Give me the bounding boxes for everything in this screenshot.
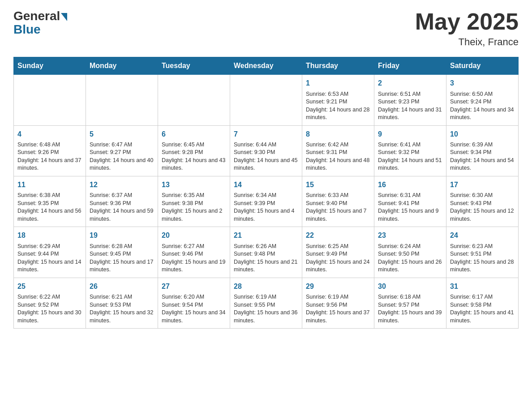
day-number: 31 — [450, 282, 515, 291]
logo: General Blue — [13, 9, 67, 37]
day-number: 24 — [450, 231, 515, 240]
calendar-cell: 22Sunrise: 6:25 AM Sunset: 9:49 PM Dayli… — [302, 227, 374, 278]
calendar-cell: 17Sunrise: 6:30 AM Sunset: 9:43 PM Dayli… — [446, 176, 519, 227]
calendar-cell: 4Sunrise: 6:48 AM Sunset: 9:26 PM Daylig… — [14, 125, 86, 176]
day-number: 8 — [306, 129, 370, 139]
day-info: Sunrise: 6:51 AM Sunset: 9:23 PM Dayligh… — [378, 90, 442, 122]
calendar-cell — [230, 75, 302, 125]
calendar-cell: 2Sunrise: 6:51 AM Sunset: 9:23 PM Daylig… — [374, 75, 446, 125]
day-number: 12 — [90, 180, 154, 190]
calendar-cell: 13Sunrise: 6:35 AM Sunset: 9:38 PM Dayli… — [158, 176, 230, 227]
calendar-cell: 18Sunrise: 6:29 AM Sunset: 9:44 PM Dayli… — [14, 227, 86, 278]
day-info: Sunrise: 6:27 AM Sunset: 9:46 PM Dayligh… — [162, 243, 226, 274]
day-info: Sunrise: 6:50 AM Sunset: 9:24 PM Dayligh… — [450, 90, 515, 122]
page-header: General Blue May 2025 Theix, France — [13, 9, 519, 48]
calendar-cell: 1Sunrise: 6:53 AM Sunset: 9:21 PM Daylig… — [302, 75, 374, 125]
day-number: 23 — [378, 231, 442, 240]
calendar-cell: 30Sunrise: 6:18 AM Sunset: 9:57 PM Dayli… — [374, 278, 446, 328]
day-info: Sunrise: 6:34 AM Sunset: 9:39 PM Dayligh… — [234, 192, 298, 223]
calendar-cell: 14Sunrise: 6:34 AM Sunset: 9:39 PM Dayli… — [230, 176, 302, 227]
calendar-week-2: 4Sunrise: 6:48 AM Sunset: 9:26 PM Daylig… — [14, 125, 519, 176]
calendar-table: SundayMondayTuesdayWednesdayThursdayFrid… — [13, 57, 519, 329]
day-number: 2 — [378, 78, 442, 88]
calendar-cell: 16Sunrise: 6:31 AM Sunset: 9:41 PM Dayli… — [374, 176, 446, 227]
day-number: 17 — [450, 180, 515, 190]
calendar-location: Theix, France — [415, 36, 519, 48]
day-info: Sunrise: 6:17 AM Sunset: 9:58 PM Dayligh… — [450, 293, 515, 325]
calendar-cell: 10Sunrise: 6:39 AM Sunset: 9:34 PM Dayli… — [446, 125, 519, 176]
calendar-cell: 3Sunrise: 6:50 AM Sunset: 9:24 PM Daylig… — [446, 75, 519, 125]
day-info: Sunrise: 6:35 AM Sunset: 9:38 PM Dayligh… — [162, 192, 226, 223]
calendar-cell: 6Sunrise: 6:45 AM Sunset: 9:28 PM Daylig… — [158, 125, 230, 176]
day-info: Sunrise: 6:47 AM Sunset: 9:27 PM Dayligh… — [90, 141, 154, 172]
calendar-week-4: 18Sunrise: 6:29 AM Sunset: 9:44 PM Dayli… — [14, 227, 519, 278]
day-info: Sunrise: 6:44 AM Sunset: 9:30 PM Dayligh… — [234, 141, 298, 172]
day-info: Sunrise: 6:29 AM Sunset: 9:44 PM Dayligh… — [17, 243, 82, 274]
weekday-header-saturday: Saturday — [446, 57, 519, 75]
weekday-header-wednesday: Wednesday — [230, 57, 302, 75]
weekday-header-thursday: Thursday — [302, 57, 374, 75]
logo-blue-text: Blue — [13, 22, 41, 37]
calendar-cell: 15Sunrise: 6:33 AM Sunset: 9:40 PM Dayli… — [302, 176, 374, 227]
title-area: May 2025 Theix, France — [415, 9, 519, 48]
day-number: 9 — [378, 129, 442, 139]
day-info: Sunrise: 6:33 AM Sunset: 9:40 PM Dayligh… — [306, 192, 370, 223]
day-number: 13 — [162, 180, 226, 190]
calendar-cell: 20Sunrise: 6:27 AM Sunset: 9:46 PM Dayli… — [158, 227, 230, 278]
day-number: 16 — [378, 180, 442, 190]
logo-general-text: General — [13, 9, 60, 23]
day-info: Sunrise: 6:45 AM Sunset: 9:28 PM Dayligh… — [162, 141, 226, 172]
calendar-cell: 7Sunrise: 6:44 AM Sunset: 9:30 PM Daylig… — [230, 125, 302, 176]
calendar-week-1: 1Sunrise: 6:53 AM Sunset: 9:21 PM Daylig… — [14, 75, 519, 125]
day-number: 3 — [450, 78, 515, 88]
day-number: 14 — [234, 180, 298, 190]
logo-arrow-icon — [61, 13, 67, 21]
calendar-cell — [14, 75, 86, 125]
day-number: 22 — [306, 231, 370, 240]
day-info: Sunrise: 6:37 AM Sunset: 9:36 PM Dayligh… — [90, 192, 154, 223]
day-number: 27 — [162, 282, 226, 291]
day-info: Sunrise: 6:48 AM Sunset: 9:26 PM Dayligh… — [17, 141, 82, 172]
calendar-cell: 31Sunrise: 6:17 AM Sunset: 9:58 PM Dayli… — [446, 278, 519, 328]
weekday-header-monday: Monday — [86, 57, 158, 75]
day-info: Sunrise: 6:24 AM Sunset: 9:50 PM Dayligh… — [378, 243, 442, 274]
calendar-cell: 29Sunrise: 6:19 AM Sunset: 9:56 PM Dayli… — [302, 278, 374, 328]
day-number: 30 — [378, 282, 442, 291]
calendar-week-5: 25Sunrise: 6:22 AM Sunset: 9:52 PM Dayli… — [14, 278, 519, 328]
day-info: Sunrise: 6:39 AM Sunset: 9:34 PM Dayligh… — [450, 141, 515, 172]
calendar-cell — [86, 75, 158, 125]
calendar-cell: 26Sunrise: 6:21 AM Sunset: 9:53 PM Dayli… — [86, 278, 158, 328]
day-number: 7 — [234, 129, 298, 139]
day-number: 4 — [17, 129, 82, 139]
day-number: 28 — [234, 282, 298, 291]
day-number: 21 — [234, 231, 298, 240]
day-info: Sunrise: 6:19 AM Sunset: 9:56 PM Dayligh… — [306, 293, 370, 325]
calendar-title: May 2025 — [415, 9, 519, 34]
day-info: Sunrise: 6:26 AM Sunset: 9:48 PM Dayligh… — [234, 243, 298, 274]
day-info: Sunrise: 6:25 AM Sunset: 9:49 PM Dayligh… — [306, 243, 370, 274]
calendar-cell: 11Sunrise: 6:38 AM Sunset: 9:35 PM Dayli… — [14, 176, 86, 227]
day-info: Sunrise: 6:22 AM Sunset: 9:52 PM Dayligh… — [17, 293, 82, 325]
day-info: Sunrise: 6:38 AM Sunset: 9:35 PM Dayligh… — [17, 192, 82, 223]
calendar-cell — [158, 75, 230, 125]
day-info: Sunrise: 6:19 AM Sunset: 9:55 PM Dayligh… — [234, 293, 298, 325]
day-info: Sunrise: 6:42 AM Sunset: 9:31 PM Dayligh… — [306, 141, 370, 172]
day-info: Sunrise: 6:23 AM Sunset: 9:51 PM Dayligh… — [450, 243, 515, 274]
day-info: Sunrise: 6:30 AM Sunset: 9:43 PM Dayligh… — [450, 192, 515, 223]
calendar-cell: 24Sunrise: 6:23 AM Sunset: 9:51 PM Dayli… — [446, 227, 519, 278]
day-number: 18 — [17, 231, 82, 240]
calendar-cell: 27Sunrise: 6:20 AM Sunset: 9:54 PM Dayli… — [158, 278, 230, 328]
day-number: 29 — [306, 282, 370, 291]
calendar-week-3: 11Sunrise: 6:38 AM Sunset: 9:35 PM Dayli… — [14, 176, 519, 227]
day-number: 19 — [90, 231, 154, 240]
calendar-cell: 9Sunrise: 6:41 AM Sunset: 9:32 PM Daylig… — [374, 125, 446, 176]
day-number: 26 — [90, 282, 154, 291]
calendar-cell: 8Sunrise: 6:42 AM Sunset: 9:31 PM Daylig… — [302, 125, 374, 176]
day-number: 5 — [90, 129, 154, 139]
calendar-cell: 23Sunrise: 6:24 AM Sunset: 9:50 PM Dayli… — [374, 227, 446, 278]
day-info: Sunrise: 6:20 AM Sunset: 9:54 PM Dayligh… — [162, 293, 226, 325]
day-info: Sunrise: 6:53 AM Sunset: 9:21 PM Dayligh… — [306, 90, 370, 122]
day-info: Sunrise: 6:28 AM Sunset: 9:45 PM Dayligh… — [90, 243, 154, 274]
day-number: 15 — [306, 180, 370, 190]
calendar-cell: 19Sunrise: 6:28 AM Sunset: 9:45 PM Dayli… — [86, 227, 158, 278]
